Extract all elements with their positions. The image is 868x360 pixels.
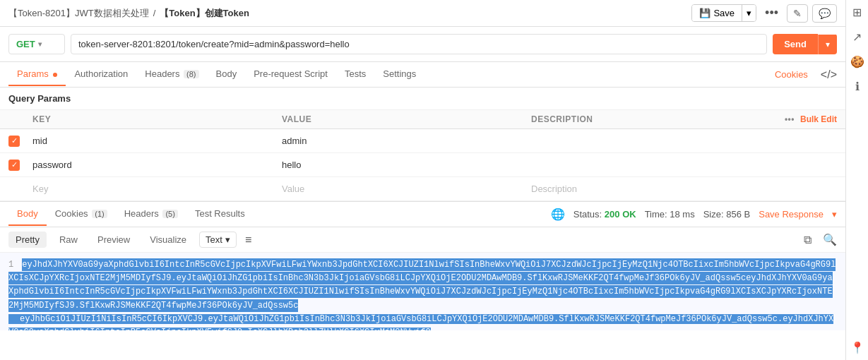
tab-response-cookies[interactable]: Cookies (1) (47, 203, 116, 226)
line-number-1: 1 (8, 260, 13, 270)
desc-col-header: DESCRIPTION (531, 114, 780, 124)
row2-checkbox[interactable]: ✓ (8, 160, 20, 171)
response-tabs-row: Body Cookies (1) Headers (5) Test Result… (0, 202, 845, 227)
request-tabs-row: Params Authorization Headers (8) Body Pr… (0, 62, 845, 88)
breadcrumb-separator: / (153, 8, 156, 18)
params-dot-indicator (53, 73, 57, 77)
response-section: Body Cookies (1) Headers (5) Test Result… (0, 201, 845, 330)
sidebar-info-icon[interactable]: ℹ (855, 80, 860, 93)
sidebar-cookie-icon[interactable]: 🍪 (850, 55, 864, 68)
tab-tests[interactable]: Tests (336, 63, 374, 86)
request-tabs: Params Authorization Headers (8) Body Pr… (8, 63, 424, 86)
format-preview[interactable]: Preview (90, 232, 137, 248)
sidebar-arrow-icon[interactable]: ↗ (852, 30, 862, 44)
url-bar: GET ▾ Send ▾ (0, 27, 845, 62)
format-bar: Pretty Raw Preview Visualize Text ▾ ≡ ⧉ … (0, 227, 845, 253)
row1-checkbox[interactable]: ✓ (8, 136, 20, 147)
send-button[interactable]: Send (773, 34, 818, 54)
cookies-link[interactable]: Cookies (775, 69, 808, 80)
row2-check[interactable]: ✓ (8, 160, 30, 171)
tab-headers[interactable]: Headers (8) (136, 63, 207, 86)
breadcrumb-part1: 【Token-8201】JWT数据相关处理 (8, 7, 149, 20)
top-bar: 【Token-8201】JWT数据相关处理 / 【Token】创建Token 💾… (0, 0, 845, 27)
save-response-chevron-icon[interactable]: ▾ (832, 209, 837, 220)
breadcrumb-part2: 【Token】创建Token (160, 7, 249, 20)
table-row: ✓ password hello (0, 153, 845, 177)
send-dropdown-button[interactable]: ▾ (818, 35, 837, 54)
row2-key[interactable]: password (30, 160, 282, 170)
sidebar-top-icon[interactable]: ⊞ (852, 6, 862, 19)
tab-response-headers[interactable]: Headers (5) (116, 203, 186, 226)
status-label: Status: 200 OK (573, 209, 636, 220)
row2-value[interactable]: hello (282, 160, 531, 170)
params-table-header: KEY VALUE DESCRIPTION ••• Bulk Edit (0, 110, 845, 129)
save-response-button[interactable]: Save Response (759, 209, 824, 220)
format-raw[interactable]: Raw (52, 232, 85, 248)
sidebar-location-icon[interactable]: 📍 (850, 341, 864, 354)
copy-icon[interactable]: ⧉ (804, 234, 811, 246)
response-cookies-badge: (1) (92, 210, 107, 218)
chevron-down-icon: ▾ (747, 8, 751, 18)
value-col-header: VALUE (282, 114, 531, 124)
format-pretty[interactable]: Pretty (8, 232, 47, 248)
save-button[interactable]: 💾 Save (692, 5, 742, 21)
method-label: GET (16, 39, 35, 49)
key-col-header: KEY (30, 114, 282, 124)
row1-check[interactable]: ✓ (8, 136, 30, 147)
method-chevron-icon: ▾ (38, 40, 42, 48)
bulk-edit-label[interactable]: Bulk Edit (800, 114, 837, 124)
save-dropdown-button[interactable]: ▾ (742, 5, 756, 21)
query-params-title: Query Params (0, 88, 845, 110)
table-row-empty: Key Value Description (0, 177, 845, 201)
actions-col-header: ••• Bulk Edit (780, 114, 837, 124)
code-icon[interactable]: </> (821, 68, 837, 81)
response-headers-badge: (5) (162, 210, 177, 218)
format-type-selector[interactable]: Text ▾ (199, 232, 237, 248)
table-row: ✓ mid admin (0, 129, 845, 153)
time-value: 18 ms (670, 209, 694, 220)
right-sidebar: ⊞ ↗ 🍪 ℹ 📍 (845, 0, 868, 360)
size-label: Size: 856 B (703, 209, 751, 220)
save-button-group[interactable]: 💾 Save ▾ (691, 4, 756, 22)
row1-key[interactable]: mid (30, 136, 282, 146)
breadcrumb: 【Token-8201】JWT数据相关处理 / 【Token】创建Token (8, 7, 249, 20)
format-chevron-icon: ▾ (225, 234, 230, 245)
size-value: 856 B (726, 209, 750, 220)
response-stats: 🌐 Status: 200 OK Time: 18 ms Size: 856 B… (551, 208, 837, 221)
status-value: 200 OK (605, 209, 636, 220)
time-label: Time: 18 ms (645, 209, 695, 220)
tab-body[interactable]: Body (208, 63, 246, 86)
url-input[interactable] (71, 34, 767, 54)
save-icon: 💾 (699, 8, 711, 18)
tab-test-results[interactable]: Test Results (186, 203, 254, 226)
edit-icon-button[interactable]: ✎ (787, 4, 808, 23)
response-tabs: Body Cookies (1) Headers (5) Test Result… (8, 203, 254, 226)
tab-prerequest[interactable]: Pre-request Script (245, 63, 336, 86)
response-code-content[interactable]: eyJhdXJhYXV0aG9yaXphdGlvbiI6IntcInR5cGVc… (8, 258, 836, 312)
more-options-button[interactable]: ••• (761, 4, 783, 22)
tab-settings[interactable]: Settings (374, 63, 424, 86)
method-selector[interactable]: GET ▾ (8, 34, 65, 54)
tab-authorization[interactable]: Authorization (66, 63, 136, 86)
top-bar-actions: 💾 Save ▾ ••• ✎ 💬 (691, 4, 837, 23)
format-visualize[interactable]: Visualize (143, 232, 194, 248)
globe-icon: 🌐 (551, 208, 565, 221)
empty-value-input[interactable]: Value (282, 184, 531, 194)
response-code-area: 1eyJhdXJhYXV0aG9yaXphdGlvbiI6IntcInR5cGV… (0, 253, 845, 330)
more-icon[interactable]: ••• (785, 114, 795, 124)
row1-value[interactable]: admin (282, 136, 531, 146)
tab-params[interactable]: Params (8, 63, 66, 86)
empty-key-input[interactable]: Key (30, 184, 282, 194)
send-chevron-icon: ▾ (826, 40, 830, 49)
wrap-icon[interactable]: ≡ (245, 234, 251, 246)
tab-response-body[interactable]: Body (8, 203, 47, 226)
empty-desc-input[interactable]: Description (531, 184, 780, 194)
comment-icon-button[interactable]: 💬 (812, 4, 837, 23)
search-icon[interactable]: 🔍 (823, 233, 837, 246)
send-button-group[interactable]: Send ▾ (773, 34, 837, 54)
headers-badge: (8) (184, 70, 198, 78)
